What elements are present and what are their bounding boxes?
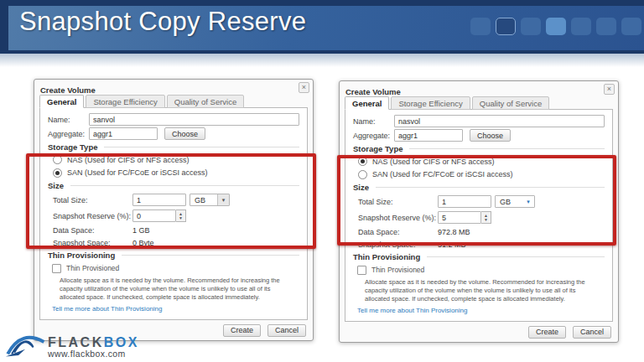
nas-radio-label: NAS (Used for CIFS or NFS access)	[372, 158, 495, 166]
snapshot-reserve-input[interactable]	[438, 211, 481, 224]
total-size-label: Total Size:	[53, 196, 132, 204]
flackbox-logo: FLACKBOX www.flackbox.com	[5, 331, 139, 359]
snapshot-reserve-input[interactable]	[132, 209, 176, 222]
choose-button[interactable]: Choose	[470, 129, 511, 142]
decorative-square	[621, 18, 641, 35]
aggregate-label: Aggregate:	[48, 130, 89, 138]
total-size-input[interactable]	[438, 195, 491, 208]
size-unit-select[interactable]: GB ▾	[190, 194, 230, 206]
thin-provisioned-checkbox[interactable]	[52, 264, 61, 273]
decorative-square	[496, 18, 516, 35]
brand-name-flack: FLACK	[48, 335, 104, 349]
thin-provisioning-description: Allocate space as it is needed by the vo…	[48, 275, 299, 302]
cancel-button[interactable]: Cancel	[267, 324, 306, 337]
name-input[interactable]	[394, 115, 605, 127]
size-unit-value: GB	[496, 198, 522, 206]
decorative-squares	[470, 18, 641, 35]
name-label: Name:	[353, 117, 394, 126]
thin-provisioning-description: Allocate space as it is needed by the vo…	[353, 277, 605, 303]
decorative-square	[470, 18, 491, 35]
chevron-down-icon[interactable]: ▾	[217, 194, 229, 205]
thin-provisioning-link[interactable]: Tell me more about Thin Provisioning	[52, 305, 162, 313]
snapshot-reserve-label: Snapshot Reserve (%):	[53, 212, 132, 220]
dialog-panel: Name: Aggregate: Choose Storage Type NAS…	[39, 107, 308, 320]
san-radio[interactable]	[358, 170, 367, 179]
total-size-input[interactable]	[132, 194, 186, 206]
san-radio-label: SAN (Used for FC/FCoE or iSCSI access)	[372, 170, 513, 178]
dialog-panel: Name: Aggregate: Choose Storage Type NAS…	[345, 109, 613, 322]
flackbox-logo-icon	[5, 331, 45, 359]
tab-general[interactable]: General	[345, 96, 389, 110]
brand-name-box: BOX	[104, 335, 139, 349]
name-input[interactable]	[89, 113, 299, 126]
tab-storage-efficiency[interactable]: Storage Efficiency	[391, 96, 470, 110]
slide-header: Snapshot Copy Reserve	[0, 0, 644, 54]
storage-type-header: Storage Type	[48, 142, 97, 152]
spinner-control[interactable]: ▲▼	[176, 209, 186, 222]
decorative-square	[596, 18, 616, 35]
brand-website: www.flackbox.com	[48, 349, 139, 359]
tab-quality-of-service[interactable]: Quality of Service	[167, 95, 244, 108]
close-icon[interactable]: ×	[299, 82, 309, 93]
tab-general[interactable]: General	[39, 95, 84, 108]
total-size-label: Total Size:	[358, 198, 438, 206]
tab-storage-efficiency[interactable]: Storage Efficiency	[86, 95, 164, 108]
spinner-down-icon[interactable]: ▼	[484, 218, 488, 222]
dialog-title: Create Volume	[40, 85, 96, 95]
thin-provisioning-link[interactable]: Tell me more about Thin Provisioning	[357, 307, 467, 314]
choose-button[interactable]: Choose	[164, 127, 205, 140]
brand-name: FLACKBOX	[48, 336, 139, 349]
snapshot-reserve-label: Snapshot Reserve (%):	[358, 214, 438, 222]
snapshot-space-value: 51.2 MB	[438, 240, 466, 249]
create-volume-dialog-nas: Create Volume × General Storage Efficien…	[339, 80, 619, 343]
page-title: Snapshot Copy Reserve	[19, 7, 306, 37]
aggregate-input[interactable]	[394, 129, 463, 142]
data-space-label: Data Space:	[358, 228, 438, 236]
storage-type-header: Storage Type	[353, 144, 402, 153]
dialog-footer: Create Cancel	[340, 322, 618, 342]
create-button[interactable]: Create	[223, 324, 261, 337]
section-divider	[427, 256, 605, 257]
dialog-titlebar: Create Volume ×	[34, 80, 313, 93]
size-header: Size	[48, 181, 64, 190]
nas-radio-label: NAS (Used for CIFS or NFS access)	[67, 156, 190, 164]
create-volume-dialog-san: Create Volume × General Storage Efficien…	[34, 79, 314, 341]
data-space-value: 1 GB	[132, 226, 150, 235]
section-divider	[409, 148, 605, 149]
tab-bar: General Storage Efficiency Quality of Se…	[345, 96, 618, 110]
create-button[interactable]: Create	[528, 326, 566, 339]
thin-provisioning-header: Thin Provisioning	[353, 252, 420, 261]
header-fade	[0, 54, 644, 67]
tab-quality-of-service[interactable]: Quality of Service	[472, 96, 549, 110]
snapshot-space-value: 0 Byte	[132, 239, 154, 247]
san-radio-label: SAN (Used for FC/FCoE or iSCSI access)	[67, 168, 208, 177]
section-divider	[376, 187, 605, 188]
spinner-control[interactable]: ▲▼	[481, 211, 491, 224]
size-unit-value: GB	[190, 196, 217, 204]
tab-bar: General Storage Efficiency Quality of Se…	[39, 95, 313, 108]
section-divider	[104, 147, 299, 147]
decorative-square	[546, 18, 566, 35]
size-unit-select[interactable]: GB ▾	[495, 195, 535, 208]
close-icon[interactable]: ×	[604, 84, 615, 95]
section-divider	[122, 255, 299, 256]
thin-provisioning-header: Thin Provisioning	[48, 251, 115, 260]
chevron-down-icon[interactable]: ▾	[522, 196, 534, 207]
cancel-button[interactable]: Cancel	[573, 326, 611, 339]
aggregate-input[interactable]	[89, 127, 158, 140]
snapshot-space-label: Snapshot Space:	[53, 239, 132, 247]
thin-provisioned-checkbox[interactable]	[357, 266, 366, 275]
dialog-title: Create Volume	[345, 87, 401, 96]
nas-radio[interactable]	[53, 155, 62, 164]
decorative-square	[571, 18, 591, 35]
data-space-label: Data Space:	[53, 226, 132, 235]
aggregate-label: Aggregate:	[353, 132, 394, 140]
san-radio[interactable]	[53, 168, 62, 178]
spinner-down-icon[interactable]: ▼	[179, 216, 183, 220]
nas-radio[interactable]	[358, 157, 367, 166]
snapshot-space-label: Snapshot Space:	[358, 240, 438, 249]
thin-provisioned-label: Thin Provisioned	[371, 266, 424, 274]
thin-provisioned-label: Thin Provisioned	[66, 264, 119, 272]
data-space-value: 972.8 MB	[438, 228, 470, 236]
name-label: Name:	[48, 116, 89, 124]
